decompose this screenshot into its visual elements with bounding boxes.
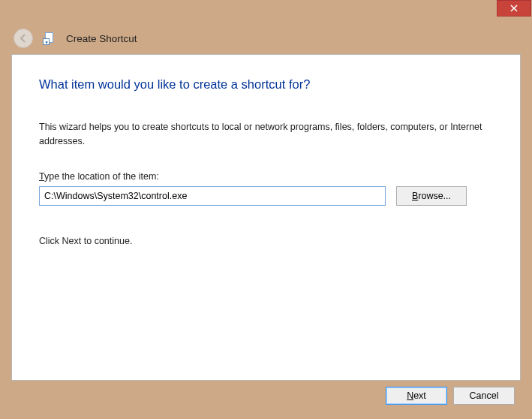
wizard-description: This wizard helps you to create shortcut… bbox=[39, 120, 493, 149]
content-panel: What item would you like to create a sho… bbox=[11, 54, 521, 381]
close-button[interactable] bbox=[497, 0, 531, 17]
back-arrow-icon bbox=[18, 33, 29, 44]
location-label: Type the location of the item: bbox=[39, 171, 493, 182]
location-row: Browse... bbox=[39, 186, 493, 206]
wizard-title: Create Shortcut bbox=[66, 33, 137, 44]
cancel-button[interactable]: Cancel bbox=[453, 387, 515, 405]
titlebar bbox=[0, 0, 532, 23]
close-icon bbox=[510, 5, 518, 12]
shortcut-icon bbox=[44, 32, 56, 44]
continue-instruction: Click Next to continue. bbox=[39, 236, 493, 246]
back-button[interactable] bbox=[14, 29, 33, 48]
header-bar: Create Shortcut bbox=[0, 23, 532, 54]
location-input[interactable] bbox=[39, 186, 386, 206]
next-button[interactable]: Next bbox=[386, 387, 447, 405]
footer-buttons: Next Cancel bbox=[11, 382, 521, 409]
page-heading: What item would you like to create a sho… bbox=[39, 77, 493, 92]
browse-button[interactable]: Browse... bbox=[396, 186, 467, 206]
